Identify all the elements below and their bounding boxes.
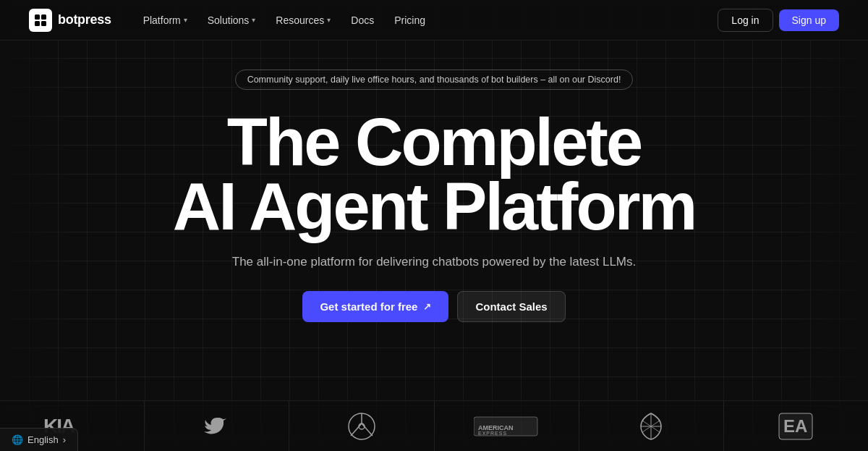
logo-shell (579, 401, 724, 451)
hero-subtitle: The all-in-one platform for delivering c… (232, 255, 636, 269)
language-label: English (27, 434, 59, 445)
contact-sales-button[interactable]: Contact Sales (457, 291, 565, 322)
chevron-down-icon: ▾ (327, 16, 331, 24)
nav-platform[interactable]: Platform ▾ (135, 10, 196, 30)
svg-rect-3 (41, 21, 46, 26)
globe-icon: 🌐 (12, 434, 23, 445)
nav-links: Platform ▾ Solutions ▾ Resources ▾ Docs … (135, 10, 434, 30)
nav-resources[interactable]: Resources ▾ (267, 10, 339, 30)
svg-line-9 (362, 423, 373, 436)
hero-section: Community support, daily live office hou… (0, 41, 868, 322)
chevron-down-icon: ▾ (252, 16, 255, 24)
logos-bar: KIA AMERICAN EXPRESS (0, 400, 868, 451)
svg-text:EA: EA (783, 416, 807, 436)
navbar: botpress Platform ▾ Solutions ▾ Resource… (0, 0, 868, 41)
logo-twitter (145, 401, 289, 451)
nav-docs[interactable]: Docs (342, 10, 383, 30)
logo-icon (29, 9, 52, 32)
logo-text: botpress (58, 12, 111, 28)
language-selector[interactable]: 🌐 English › (0, 428, 78, 451)
login-button[interactable]: Log in (718, 9, 773, 32)
nav-actions: Log in Sign up (718, 9, 839, 32)
svg-rect-1 (41, 14, 46, 20)
chevron-right-icon: › (63, 434, 66, 445)
chevron-down-icon: ▾ (184, 16, 187, 24)
get-started-button[interactable]: Get started for free ↗ (302, 291, 448, 322)
hero-ctas: Get started for free ↗ Contact Sales (302, 291, 565, 322)
logo[interactable]: botpress (29, 9, 111, 32)
discord-banner[interactable]: Community support, daily live office hou… (235, 69, 634, 90)
logo-mercedes (289, 401, 434, 451)
nav-solutions[interactable]: Solutions ▾ (199, 10, 265, 30)
hero-title-line2: AI Agent Platform (173, 169, 696, 243)
svg-line-8 (351, 423, 362, 436)
hero-title-line1: The Complete (227, 105, 641, 179)
svg-text:EXPRESS: EXPRESS (478, 431, 507, 436)
nav-pricing[interactable]: Pricing (386, 10, 434, 30)
svg-rect-0 (35, 14, 40, 20)
logo-ea: EA (724, 401, 868, 451)
svg-rect-2 (35, 21, 40, 26)
external-link-icon: ↗ (423, 301, 431, 312)
signup-button[interactable]: Sign up (779, 9, 839, 31)
hero-title: The Complete AI Agent Platform (173, 110, 696, 239)
logo-amex: AMERICAN EXPRESS (435, 401, 579, 451)
